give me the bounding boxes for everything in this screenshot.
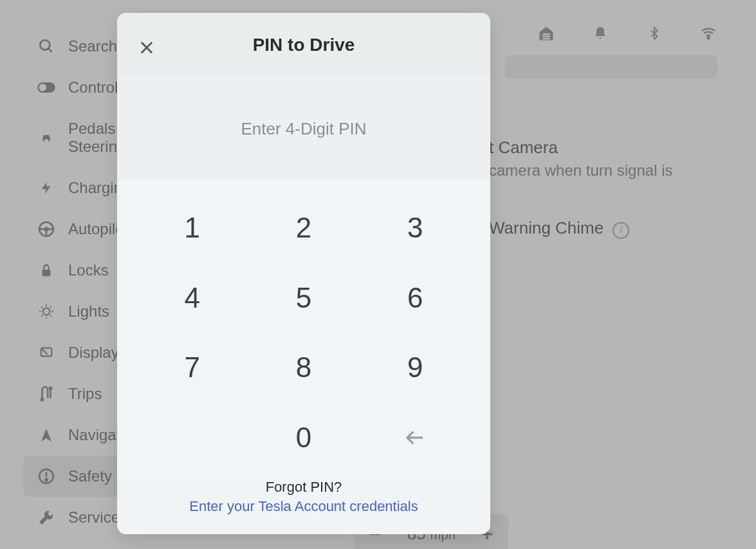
forgot-pin-text: Forgot PIN?	[143, 479, 465, 496]
key-1[interactable]: 1	[156, 200, 228, 257]
key-5[interactable]: 5	[267, 270, 340, 327]
modal-footer: Forgot PIN? Enter your Tesla Account cre…	[117, 479, 490, 534]
key-3[interactable]: 3	[379, 200, 452, 257]
key-2[interactable]: 2	[267, 200, 340, 257]
close-button[interactable]	[135, 36, 158, 59]
modal-prompt: Enter 4-Digit PIN	[117, 77, 490, 180]
key-backspace[interactable]	[379, 409, 452, 467]
key-0[interactable]: 0	[267, 409, 340, 467]
key-7[interactable]: 7	[156, 339, 228, 396]
keypad: 1 2 3 4 5 6 7 8 9 0	[117, 180, 490, 479]
key-8[interactable]: 8	[267, 339, 340, 396]
key-4[interactable]: 4	[156, 270, 228, 327]
key-9[interactable]: 9	[379, 339, 452, 396]
modal-header: PIN to Drive	[117, 13, 490, 77]
key-6[interactable]: 6	[379, 270, 452, 327]
forgot-pin-link[interactable]: Enter your Tesla Account credentials	[143, 498, 465, 515]
modal-title: PIN to Drive	[117, 35, 490, 55]
pin-modal: PIN to Drive Enter 4-Digit PIN 1 2 3 4 5…	[117, 13, 490, 534]
